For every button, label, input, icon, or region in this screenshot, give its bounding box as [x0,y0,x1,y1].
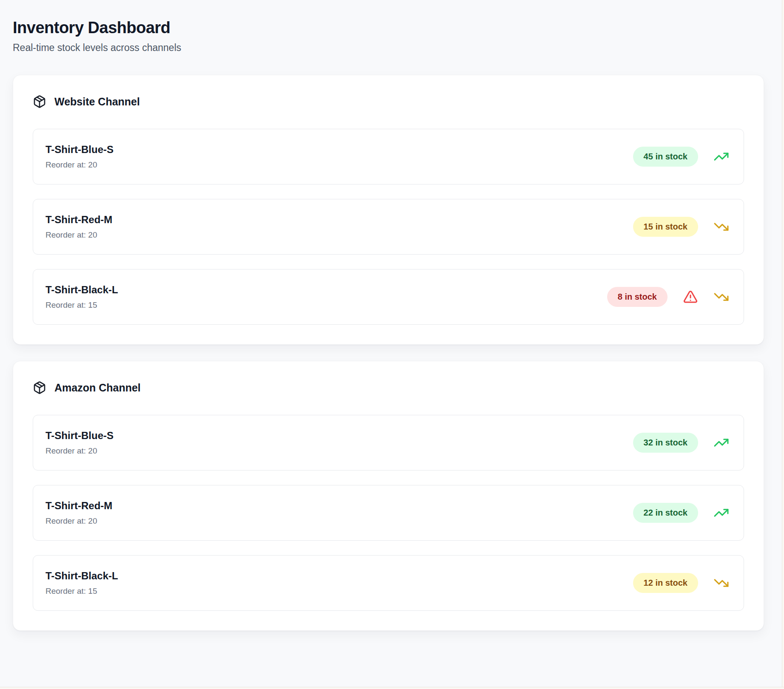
product-name: T-Shirt-Black-L [45,570,118,582]
product-row: T-Shirt-Red-M Reorder at: 20 22 in stock [33,485,744,541]
stock-badge: 12 in stock [633,573,698,593]
package-icon [33,95,46,108]
channel-card-amazon: Amazon Channel T-Shirt-Blue-S Reorder at… [13,361,764,631]
product-reorder-level: Reorder at: 20 [45,516,112,526]
product-name: T-Shirt-Red-M [45,500,112,512]
page-title: Inventory Dashboard [13,19,764,37]
product-status: 15 in stock [633,217,729,237]
product-status: 8 in stock [607,287,729,307]
product-status: 32 in stock [633,433,729,453]
vertical-scrollbar[interactable] [782,0,784,689]
product-info: T-Shirt-Blue-S Reorder at: 20 [45,430,114,456]
horizontal-scrollbar[interactable] [0,687,784,689]
stock-badge: 15 in stock [633,217,698,237]
stock-badge: 32 in stock [633,433,698,453]
product-name: T-Shirt-Red-M [45,214,112,226]
product-reorder-level: Reorder at: 20 [45,160,114,170]
product-status: 12 in stock [633,573,729,593]
product-info: T-Shirt-Black-L Reorder at: 15 [45,570,118,596]
trending-down-icon [713,219,729,235]
inventory-dashboard-page: Inventory Dashboard Real-time stock leve… [0,0,784,689]
trending-up-icon [713,435,729,451]
channel-name: Website Channel [54,96,140,108]
product-reorder-level: Reorder at: 20 [45,446,114,456]
product-row: T-Shirt-Blue-S Reorder at: 20 32 in stoc… [33,415,744,471]
product-row: T-Shirt-Red-M Reorder at: 20 15 in stock [33,199,744,255]
product-info: T-Shirt-Black-L Reorder at: 15 [45,284,118,310]
product-reorder-level: Reorder at: 15 [45,587,118,596]
product-info: T-Shirt-Red-M Reorder at: 20 [45,214,112,240]
product-status: 45 in stock [633,147,729,167]
trending-up-icon [713,505,729,521]
stock-badge: 8 in stock [607,287,668,307]
channel-card-website: Website Channel T-Shirt-Blue-S Reorder a… [13,75,764,345]
stock-badge: 22 in stock [633,503,698,523]
product-info: T-Shirt-Red-M Reorder at: 20 [45,500,112,526]
page-subtitle: Real-time stock levels across channels [13,42,764,54]
product-row: T-Shirt-Black-L Reorder at: 15 12 in sto… [33,555,744,611]
trending-down-icon [713,289,729,305]
package-icon [33,381,46,394]
product-status: 22 in stock [633,503,729,523]
channel-name: Amazon Channel [54,382,141,394]
trending-up-icon [713,149,729,164]
product-row: T-Shirt-Blue-S Reorder at: 20 45 in stoc… [33,129,744,184]
product-reorder-level: Reorder at: 15 [45,301,118,310]
alert-triangle-icon [683,289,698,305]
stock-badge: 45 in stock [633,147,698,167]
product-name: T-Shirt-Blue-S [45,144,114,156]
trending-down-icon [713,575,729,591]
product-reorder-level: Reorder at: 20 [45,230,112,240]
product-name: T-Shirt-Black-L [45,284,118,296]
product-name: T-Shirt-Blue-S [45,430,114,442]
channel-header: Amazon Channel [33,381,744,394]
channel-header: Website Channel [33,95,744,108]
product-info: T-Shirt-Blue-S Reorder at: 20 [45,144,114,170]
product-row: T-Shirt-Black-L Reorder at: 15 8 in stoc… [33,269,744,325]
